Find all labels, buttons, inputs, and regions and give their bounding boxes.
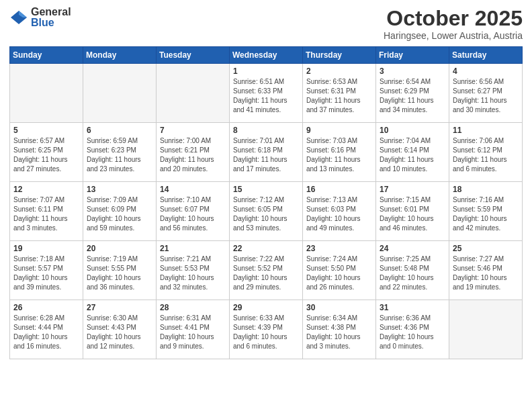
- day-number: 1: [233, 66, 299, 76]
- day-cell: [83, 64, 157, 123]
- day-info: Sunrise: 6:33 AM Sunset: 4:39 PM Dayligh…: [233, 314, 299, 351]
- day-cell: 2Sunrise: 6:53 AM Sunset: 6:31 PM Daylig…: [303, 64, 376, 123]
- day-cell: 13Sunrise: 7:09 AM Sunset: 6:09 PM Dayli…: [83, 182, 157, 241]
- col-monday: Monday: [83, 47, 157, 64]
- logo-general-text: General: [31, 7, 71, 17]
- day-cell: 9Sunrise: 7:03 AM Sunset: 6:16 PM Daylig…: [303, 123, 376, 182]
- day-number: 25: [453, 244, 519, 253]
- day-cell: [157, 64, 230, 123]
- day-info: Sunrise: 7:13 AM Sunset: 6:03 PM Dayligh…: [306, 195, 372, 233]
- day-cell: 7Sunrise: 7:00 AM Sunset: 6:21 PM Daylig…: [157, 123, 230, 182]
- day-number: 20: [87, 244, 152, 253]
- day-info: Sunrise: 7:24 AM Sunset: 5:50 PM Dayligh…: [306, 255, 372, 292]
- day-number: 2: [306, 66, 372, 76]
- day-info: Sunrise: 7:12 AM Sunset: 6:05 PM Dayligh…: [233, 195, 299, 233]
- day-info: Sunrise: 7:03 AM Sunset: 6:16 PM Dayligh…: [306, 136, 372, 174]
- day-info: Sunrise: 7:07 AM Sunset: 6:11 PM Dayligh…: [13, 195, 79, 233]
- day-number: 18: [453, 185, 519, 194]
- day-cell: 21Sunrise: 7:21 AM Sunset: 5:53 PM Dayli…: [157, 241, 230, 300]
- header: General Blue October 2025 Haringsee, Low…: [9, 7, 523, 41]
- day-info: Sunrise: 6:53 AM Sunset: 6:31 PM Dayligh…: [306, 77, 372, 115]
- day-number: 5: [13, 126, 79, 135]
- day-cell: 6Sunrise: 6:59 AM Sunset: 6:23 PM Daylig…: [83, 123, 157, 182]
- day-cell: 24Sunrise: 7:25 AM Sunset: 5:48 PM Dayli…: [376, 241, 449, 300]
- day-number: 15: [233, 185, 299, 194]
- day-cell: 30Sunrise: 6:34 AM Sunset: 4:38 PM Dayli…: [303, 300, 376, 359]
- day-number: 12: [13, 185, 79, 194]
- day-info: Sunrise: 6:31 AM Sunset: 4:41 PM Dayligh…: [160, 314, 226, 351]
- day-number: 19: [13, 244, 79, 253]
- day-info: Sunrise: 6:36 AM Sunset: 4:36 PM Dayligh…: [380, 314, 445, 351]
- day-cell: 1Sunrise: 6:51 AM Sunset: 6:33 PM Daylig…: [230, 64, 303, 123]
- week-row-2: 5Sunrise: 6:57 AM Sunset: 6:25 PM Daylig…: [10, 123, 523, 182]
- day-info: Sunrise: 7:00 AM Sunset: 6:21 PM Dayligh…: [160, 136, 226, 174]
- day-cell: 22Sunrise: 7:22 AM Sunset: 5:52 PM Dayli…: [230, 241, 303, 300]
- day-cell: [449, 300, 523, 359]
- logo-blue-text: Blue: [31, 17, 71, 28]
- day-number: 16: [306, 185, 372, 194]
- day-cell: 14Sunrise: 7:10 AM Sunset: 6:07 PM Dayli…: [157, 182, 230, 241]
- day-number: 11: [453, 126, 519, 135]
- col-tuesday: Tuesday: [157, 47, 230, 64]
- day-info: Sunrise: 7:06 AM Sunset: 6:12 PM Dayligh…: [453, 136, 519, 174]
- day-number: 24: [380, 244, 445, 253]
- day-info: Sunrise: 6:28 AM Sunset: 4:44 PM Dayligh…: [13, 314, 79, 351]
- day-cell: 12Sunrise: 7:07 AM Sunset: 6:11 PM Dayli…: [10, 182, 83, 241]
- day-info: Sunrise: 7:16 AM Sunset: 5:59 PM Dayligh…: [453, 195, 519, 233]
- day-cell: 4Sunrise: 6:56 AM Sunset: 6:27 PM Daylig…: [449, 64, 523, 123]
- day-info: Sunrise: 6:57 AM Sunset: 6:25 PM Dayligh…: [13, 136, 79, 174]
- week-row-5: 26Sunrise: 6:28 AM Sunset: 4:44 PM Dayli…: [10, 300, 523, 359]
- week-row-4: 19Sunrise: 7:18 AM Sunset: 5:57 PM Dayli…: [10, 241, 523, 300]
- day-cell: 10Sunrise: 7:04 AM Sunset: 6:14 PM Dayli…: [376, 123, 449, 182]
- day-info: Sunrise: 6:59 AM Sunset: 6:23 PM Dayligh…: [87, 136, 152, 174]
- title-block: October 2025 Haringsee, Lower Austria, A…: [384, 7, 523, 41]
- day-info: Sunrise: 7:09 AM Sunset: 6:09 PM Dayligh…: [87, 195, 152, 233]
- day-info: Sunrise: 7:15 AM Sunset: 6:01 PM Dayligh…: [380, 195, 445, 233]
- month-title: October 2025: [384, 7, 523, 30]
- calendar: Sunday Monday Tuesday Wednesday Thursday…: [9, 46, 523, 359]
- day-number: 13: [87, 185, 152, 194]
- weekday-header-row: Sunday Monday Tuesday Wednesday Thursday…: [10, 47, 523, 64]
- day-info: Sunrise: 7:25 AM Sunset: 5:48 PM Dayligh…: [380, 255, 445, 292]
- day-cell: 20Sunrise: 7:19 AM Sunset: 5:55 PM Dayli…: [83, 241, 157, 300]
- day-cell: 5Sunrise: 6:57 AM Sunset: 6:25 PM Daylig…: [10, 123, 83, 182]
- day-cell: 18Sunrise: 7:16 AM Sunset: 5:59 PM Dayli…: [449, 182, 523, 241]
- day-number: 23: [306, 244, 372, 253]
- day-number: 6: [87, 126, 152, 135]
- day-info: Sunrise: 6:34 AM Sunset: 4:38 PM Dayligh…: [306, 314, 372, 351]
- day-cell: 19Sunrise: 7:18 AM Sunset: 5:57 PM Dayli…: [10, 241, 83, 300]
- logo-icon: [9, 8, 28, 27]
- day-number: 26: [13, 303, 79, 312]
- day-info: Sunrise: 6:30 AM Sunset: 4:43 PM Dayligh…: [87, 314, 152, 351]
- location-title: Haringsee, Lower Austria, Austria: [384, 30, 523, 41]
- day-cell: 11Sunrise: 7:06 AM Sunset: 6:12 PM Dayli…: [449, 123, 523, 182]
- day-number: 22: [233, 244, 299, 253]
- day-cell: 31Sunrise: 6:36 AM Sunset: 4:36 PM Dayli…: [376, 300, 449, 359]
- week-row-1: 1Sunrise: 6:51 AM Sunset: 6:33 PM Daylig…: [10, 64, 523, 123]
- day-info: Sunrise: 7:19 AM Sunset: 5:55 PM Dayligh…: [87, 255, 152, 292]
- day-number: 30: [306, 303, 372, 312]
- day-number: 29: [233, 303, 299, 312]
- logo-text: General Blue: [31, 7, 71, 28]
- day-number: 14: [160, 185, 226, 194]
- day-info: Sunrise: 6:51 AM Sunset: 6:33 PM Dayligh…: [233, 77, 299, 115]
- day-cell: 26Sunrise: 6:28 AM Sunset: 4:44 PM Dayli…: [10, 300, 83, 359]
- day-number: 28: [160, 303, 226, 312]
- day-number: 4: [453, 66, 519, 76]
- day-info: Sunrise: 6:56 AM Sunset: 6:27 PM Dayligh…: [453, 77, 519, 115]
- day-info: Sunrise: 7:27 AM Sunset: 5:46 PM Dayligh…: [453, 255, 519, 292]
- day-number: 9: [306, 126, 372, 135]
- day-info: Sunrise: 7:10 AM Sunset: 6:07 PM Dayligh…: [160, 195, 226, 233]
- day-number: 3: [380, 66, 445, 76]
- col-wednesday: Wednesday: [230, 47, 303, 64]
- day-number: 10: [380, 126, 445, 135]
- day-info: Sunrise: 7:18 AM Sunset: 5:57 PM Dayligh…: [13, 255, 79, 292]
- day-cell: 3Sunrise: 6:54 AM Sunset: 6:29 PM Daylig…: [376, 64, 449, 123]
- day-info: Sunrise: 6:54 AM Sunset: 6:29 PM Dayligh…: [380, 77, 445, 115]
- col-sunday: Sunday: [10, 47, 83, 64]
- day-info: Sunrise: 7:22 AM Sunset: 5:52 PM Dayligh…: [233, 255, 299, 292]
- day-info: Sunrise: 7:04 AM Sunset: 6:14 PM Dayligh…: [380, 136, 445, 174]
- day-number: 27: [87, 303, 152, 312]
- col-friday: Friday: [376, 47, 449, 64]
- day-number: 17: [380, 185, 445, 194]
